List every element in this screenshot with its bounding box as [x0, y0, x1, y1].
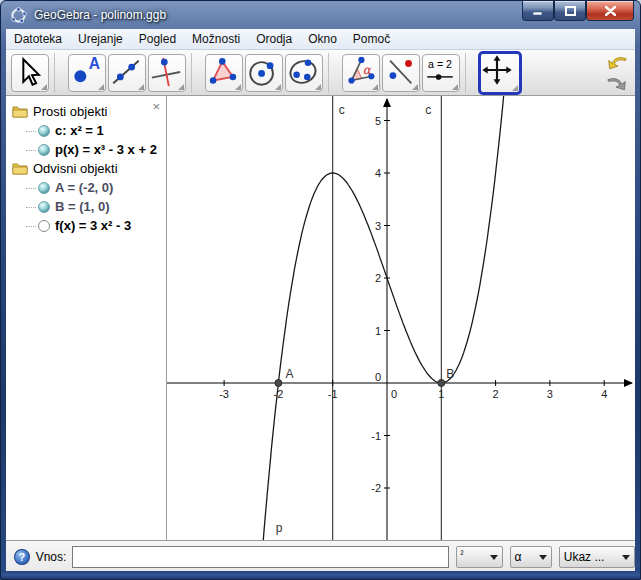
line-label: c [339, 103, 345, 117]
undo-icon [606, 53, 628, 70]
move-tool-button[interactable] [11, 54, 49, 92]
chevron-down-icon [622, 555, 630, 560]
object-text: B = (1, 0) [55, 199, 110, 214]
x-tick-label: -1 [328, 388, 338, 400]
x-tick-label: 2 [493, 388, 499, 400]
y-tick-label: -1 [371, 430, 381, 442]
y-tick-label: 0 [375, 371, 381, 383]
input-bar: ? Vnos: ² α Ukaz ... [6, 540, 635, 573]
point-label: A [285, 367, 293, 381]
window-frame [1, 571, 640, 579]
x-tick-label: -2 [274, 388, 284, 400]
x-axis-arrow [624, 379, 633, 387]
algebra-item-c[interactable]: c: x² = 1 [12, 121, 166, 140]
algebra-group-free[interactable]: Prosti objekti [12, 102, 166, 121]
folder-icon [12, 162, 28, 175]
object-text: A = (-2, 0) [55, 180, 113, 195]
algebra-item-A[interactable]: A = (-2, 0) [12, 178, 166, 197]
toolbar: A [6, 50, 635, 96]
input-label: Vnos: [36, 550, 67, 564]
function-curve-p [263, 96, 504, 540]
line-label: c [425, 103, 431, 117]
folder-icon [12, 105, 28, 118]
visibility-marble-icon[interactable] [38, 144, 50, 156]
visibility-marble-icon[interactable] [38, 125, 50, 137]
visibility-marble-hidden-icon[interactable] [38, 220, 50, 232]
greek-letter-dropdown[interactable]: α [510, 546, 552, 568]
y-axis-arrow [383, 98, 391, 107]
function-label: p [276, 521, 283, 535]
object-text: f(x) = 3 x² - 3 [55, 218, 131, 233]
command-dropdown[interactable]: Ukaz ... [559, 546, 635, 568]
group-label: Odvisni objekti [33, 161, 118, 176]
y-tick-label: 3 [375, 220, 381, 232]
y-tick-label: 5 [375, 115, 381, 127]
algebra-close-icon[interactable]: × [152, 100, 160, 113]
y-tick-label: 2 [375, 272, 381, 284]
menu-urejanje[interactable]: Urejanje [70, 30, 131, 48]
x-tick-label: 4 [601, 388, 607, 400]
algebra-item-p[interactable]: p(x) = x³ - 3 x + 2 [12, 140, 166, 159]
redo-button[interactable] [605, 74, 629, 92]
y-tick-label: 4 [375, 167, 381, 179]
move-graphics-view-icon [481, 54, 513, 86]
visibility-marble-icon[interactable] [38, 182, 50, 194]
angle-tool-button[interactable]: α [342, 54, 380, 92]
point-B [438, 380, 445, 387]
polygon-tool-button[interactable] [205, 54, 243, 92]
svg-text:A: A [89, 55, 100, 72]
menu-okno[interactable]: Okno [300, 30, 345, 48]
line-tool-button[interactable] [108, 54, 146, 92]
symbol-power-dropdown[interactable]: ² [456, 546, 503, 568]
window-title: GeoGebra - polinom.ggb [34, 8, 166, 22]
algebra-group-dependent[interactable]: Odvisni objekti [12, 159, 166, 178]
x-tick-label: 0 [391, 388, 397, 400]
graphics-view[interactable]: cc-3-2-101234-2-1012345pAB [167, 96, 635, 540]
x-tick-label: -3 [219, 388, 229, 400]
circle-tool-button[interactable] [245, 54, 283, 92]
x-tick-label: 3 [547, 388, 553, 400]
point-label: B [446, 367, 454, 381]
algebra-item-B[interactable]: B = (1, 0) [12, 197, 166, 216]
ellipse-tool-button[interactable] [285, 54, 323, 92]
algebra-item-f[interactable]: f(x) = 3 x² - 3 [12, 216, 166, 235]
y-tick-label: 1 [375, 325, 381, 337]
algebra-view: × Prosti objekti c: x² = 1 [6, 96, 167, 540]
menu-orodja[interactable]: Orodja [248, 30, 300, 48]
redo-icon [606, 74, 628, 91]
minimize-button[interactable] [522, 1, 554, 21]
group-label: Prosti objekti [33, 104, 107, 119]
undo-button[interactable] [605, 53, 629, 71]
command-input[interactable] [72, 546, 448, 568]
object-text: p(x) = x³ - 3 x + 2 [55, 142, 157, 157]
chevron-down-icon [490, 555, 498, 560]
object-text: c: x² = 1 [55, 123, 104, 138]
move-graphics-view-tool-button[interactable] [478, 51, 522, 95]
point-A [275, 380, 282, 387]
point-tool-button[interactable]: A [68, 54, 106, 92]
slider-tool-button[interactable]: a = 2 [422, 54, 460, 92]
title-bar[interactable]: GeoGebra - polinom.ggb [1, 1, 640, 29]
menu-pogled[interactable]: Pogled [131, 30, 184, 48]
menu-moznosti[interactable]: Možnosti [184, 30, 248, 48]
maximize-button[interactable] [554, 1, 586, 21]
perpendicular-line-tool-button[interactable] [148, 54, 186, 92]
chevron-down-icon [539, 555, 547, 560]
x-tick-label: 1 [438, 388, 444, 400]
y-tick-label: -2 [371, 482, 381, 494]
menu-pomoc[interactable]: Pomoč [345, 30, 398, 48]
geogebra-window: GeoGebra - polinom.ggb Datoteka Urejanje… [0, 0, 641, 580]
close-button[interactable] [586, 1, 634, 21]
menu-datoteka[interactable]: Datoteka [6, 30, 70, 48]
menu-bar: Datoteka Urejanje Pogled Možnosti Orodja… [6, 29, 635, 50]
reflect-tool-button[interactable] [382, 54, 420, 92]
geogebra-logo-icon [10, 7, 27, 24]
svg-text:α: α [363, 63, 372, 77]
help-icon[interactable]: ? [14, 549, 30, 565]
svg-text:a = 2: a = 2 [428, 58, 452, 70]
visibility-marble-icon[interactable] [38, 201, 50, 213]
